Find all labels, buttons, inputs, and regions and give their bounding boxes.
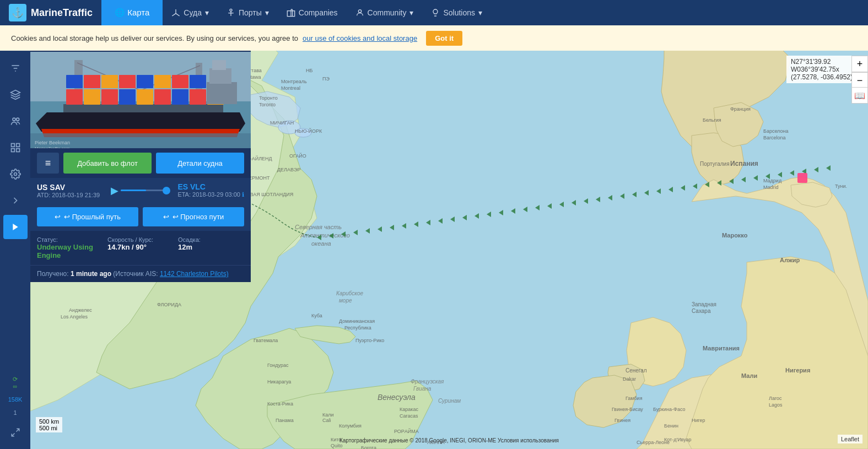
route-progress-slider[interactable]: ▶	[106, 185, 171, 197]
nav-item-ships[interactable]: Суда ▾	[163, 0, 218, 25]
svg-rect-192	[137, 75, 153, 88]
svg-rect-15	[11, 149, 14, 152]
forecast-button[interactable]: ↩ ↩ Прогноз пути	[143, 207, 244, 226]
filter-sidebar-button[interactable]	[3, 56, 28, 80]
top-navigation: ⚓ MarineTraffic 🌐 Карта Суда ▾ Порты ▾ C…	[0, 0, 868, 25]
svg-rect-184	[154, 89, 171, 105]
svg-text:Северная часть: Северная часть	[295, 224, 342, 230]
svg-text:Никарагуа: Никарагуа	[267, 379, 291, 385]
svg-text:Гвинея-Бисау: Гвинея-Бисау	[612, 407, 643, 412]
play-sidebar-button[interactable]	[3, 215, 28, 239]
svg-line-20	[12, 434, 14, 436]
leaflet-badge[interactable]: Leaflet	[838, 435, 862, 443]
settings-sidebar-button[interactable]	[3, 162, 28, 186]
ship-panel: ⊞ ZIM ALABAMA Container Ship ✕	[30, 25, 251, 282]
svg-text:Pieter Beekman: Pieter Beekman	[35, 140, 70, 145]
sidebar-badge-one[interactable]: 1	[3, 407, 28, 418]
map-layers-button[interactable]: 📖	[851, 87, 868, 104]
svg-rect-198	[212, 60, 226, 70]
svg-text:Madrid: Madrid	[763, 185, 779, 190]
logo-text: MarineTraffic	[31, 7, 93, 19]
svg-text:Западная: Западная	[692, 301, 716, 307]
svg-text:Montreal: Montreal	[281, 85, 300, 91]
slider-track	[121, 190, 166, 191]
svg-rect-170	[797, 173, 807, 183]
svg-rect-178	[63, 104, 223, 112]
cookie-link[interactable]: our use of cookies and local storage	[303, 34, 417, 42]
svg-rect-190	[101, 75, 118, 88]
slider-fill	[121, 190, 146, 191]
svg-text:океана: океана	[311, 240, 331, 247]
svg-text:Лагос: Лагос	[769, 396, 782, 401]
menu-button[interactable]: ≡	[37, 153, 59, 174]
svg-text:Анджелес: Анджелес	[69, 307, 92, 313]
svg-text:Cali: Cali	[322, 418, 331, 423]
svg-text:Гвиана: Гвиана	[413, 386, 432, 392]
svg-rect-189	[84, 75, 100, 88]
nav-item-solutions[interactable]: Solutions ▾	[422, 0, 491, 25]
svg-text:Бенин: Бенин	[664, 423, 678, 429]
sidebar-badge-count[interactable]: 158K	[3, 394, 28, 405]
group-sidebar-button[interactable]	[3, 109, 28, 133]
svg-text:Испания: Испания	[730, 160, 758, 167]
forecast-icon: ↩	[163, 213, 169, 221]
svg-text:ПЭ: ПЭ	[322, 76, 330, 82]
svg-text:ФЛОРИДА: ФЛОРИДА	[157, 302, 181, 307]
ship-panel-actions: ≡ Добавить во флот Детали судна	[30, 148, 251, 178]
building-icon	[287, 8, 295, 17]
expand-icon	[10, 428, 20, 437]
expand-sidebar-button[interactable]	[3, 420, 28, 445]
route-origin-block: US SAV ATD: 2018-03-19 21:39	[37, 183, 100, 198]
svg-text:НБ: НБ	[306, 68, 312, 73]
zoom-in-button[interactable]: +	[851, 56, 868, 72]
svg-text:Доминиканская: Доминиканская	[339, 318, 375, 324]
svg-text:Нигерия: Нигерия	[785, 367, 810, 374]
nav-item-ports[interactable]: Порты ▾	[218, 0, 278, 25]
nav-item-companies[interactable]: Companies	[278, 0, 347, 25]
svg-text:Мавритания: Мавритания	[703, 345, 740, 351]
svg-point-12	[16, 118, 19, 121]
map-nav-button[interactable]: 🌐 Карта	[101, 0, 163, 25]
zoom-out-button[interactable]: −	[851, 72, 868, 89]
svg-text:Туни.: Туни.	[835, 183, 847, 189]
svg-text:Карибское: Карибское	[336, 290, 363, 296]
sidebar-badge-infinity[interactable]: ⟳ ∞	[3, 374, 28, 392]
svg-marker-18	[13, 224, 18, 230]
ship-nav-buttons: ↩ ↩ Прошлый путь ↩ ↩ Прогноз пути	[30, 203, 251, 231]
history-button[interactable]: ↩ ↩ Прошлый путь	[37, 207, 138, 226]
svg-text:Barcelona: Barcelona	[763, 135, 786, 140]
svg-text:Бельгия: Бельгия	[703, 117, 721, 123]
svg-rect-186	[190, 89, 206, 105]
svg-rect-188	[66, 75, 83, 88]
add-fleet-button[interactable]: Добавить во флот	[63, 153, 152, 174]
ais-source-link[interactable]: 1142 Charleston Pilots)	[160, 270, 229, 278]
details-button[interactable]: Детали судна	[156, 153, 244, 174]
map-scale: 500 km 500 mi	[36, 417, 62, 432]
grid-sidebar-button[interactable]	[3, 136, 28, 160]
svg-rect-181	[101, 89, 118, 105]
svg-rect-194	[172, 75, 188, 88]
layers-sidebar-button[interactable]	[3, 83, 28, 107]
draft-column: Осадка: 12m	[178, 236, 244, 259]
svg-point-17	[14, 173, 17, 176]
svg-rect-180	[84, 89, 100, 105]
sidebar-bottom: ⟳ ∞ 158K 1	[3, 374, 28, 449]
svg-text:ОГАЙО: ОГАЙО	[289, 153, 306, 159]
svg-text:Quito: Quito	[331, 443, 343, 448]
community-icon	[355, 8, 364, 17]
svg-text:РОPАЙМА: РОPАЙМА	[394, 428, 419, 434]
svg-text:Алжир: Алжир	[780, 257, 800, 263]
svg-text:Гватемала: Гватемала	[254, 338, 278, 343]
svg-rect-183	[137, 89, 153, 105]
nav-items: Суда ▾ Порты ▾ Companies Community ▾ Sol…	[163, 0, 491, 25]
route-icon	[10, 195, 21, 206]
grid-icon	[10, 142, 21, 153]
svg-text:Нигер: Нигер	[692, 418, 705, 423]
svg-text:Марокко: Марокко	[722, 232, 748, 239]
svg-text:Гвинея: Гвинея	[614, 418, 630, 423]
nav-item-community[interactable]: Community ▾	[347, 0, 423, 25]
ship-received: Получено: 1 minute ago (Источник AIS: 11…	[30, 265, 251, 282]
got-it-button[interactable]: Got it	[426, 31, 462, 46]
svg-rect-14	[16, 144, 19, 147]
route-sidebar-button[interactable]	[3, 188, 28, 213]
